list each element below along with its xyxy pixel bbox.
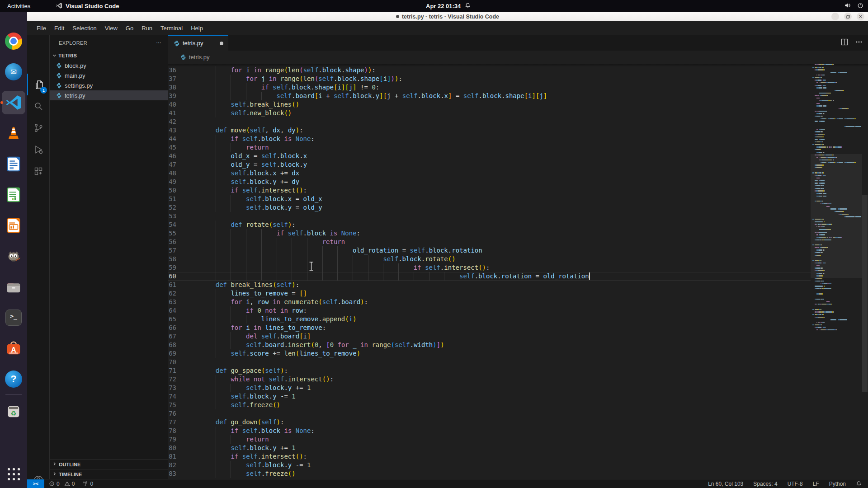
system-tray[interactable] [844,0,863,12]
code-line-38[interactable]: 38 if self.block.shape[i][j] != 0: [168,83,811,92]
menu-help[interactable]: Help [187,23,207,33]
ports-button[interactable]: 0 [82,481,93,487]
impress-icon[interactable] [5,216,23,235]
restore-button[interactable] [844,13,852,20]
code-line-39[interactable]: 39 self.board[i + self.block.y][j + self… [168,92,811,100]
code-line-67[interactable]: 67 del self.board[i] [168,332,811,341]
code-line-46[interactable]: 46 old_x = self.block.x [168,152,811,160]
code-line-83[interactable]: 83 self.freeze() [168,469,811,478]
timeline-section[interactable]: TIMELINE [50,469,168,479]
software-icon[interactable]: A [5,339,23,357]
clock[interactable]: Apr 22 01:34 [426,0,471,12]
split-editor-icon[interactable] [841,38,848,47]
code-line-41[interactable]: 41 self.new_block() [168,109,811,117]
code-line-65[interactable]: 65 lines_to_remove.append(i) [168,315,811,324]
breadcrumb-item[interactable]: tetris.py [189,54,210,61]
code-line-53[interactable]: 53 [168,212,811,221]
code-line-37[interactable]: 37 for j in range(len(self.block.shape[i… [168,75,811,83]
encoding-setting[interactable]: UTF-8 [788,481,803,487]
window-titlebar[interactable]: tetris.py - tetris - Visual Studio Code … [27,12,868,21]
calc-icon[interactable] [5,186,23,204]
code-line-61[interactable]: 61 def break_lines(self): [168,281,811,289]
menu-edit[interactable]: Edit [50,23,68,33]
code-line-72[interactable]: 72 while not self.intersect(): [168,375,811,384]
close-button[interactable]: ✕ [857,13,864,20]
code-line-45[interactable]: 45 return [168,143,811,152]
outline-section[interactable]: OUTLINE [50,459,168,469]
code-line-48[interactable]: 48 self.block.x += dx [168,169,811,178]
code-line-74[interactable]: 74 self.block.y -= 1 [168,392,811,401]
code-line-54[interactable]: 54 def rotate(self): [168,221,811,229]
remote-indicator-button[interactable]: >< [27,479,44,488]
code-line-69[interactable]: 69 self.score += len(lines_to_remove) [168,349,811,358]
code-line-78[interactable]: 78 if self.block is None: [168,427,811,435]
menu-terminal[interactable]: Terminal [156,23,187,33]
code-line-42[interactable]: 42 [168,117,811,126]
code-line-81[interactable]: 81 if self.intersect(): [168,452,811,461]
code-line-51[interactable]: 51 self.block.x = old_x [168,195,811,203]
code-line-73[interactable]: 73 self.block.y += 1 [168,384,811,392]
language-mode[interactable]: Python [829,481,846,487]
code-line-43[interactable]: 43 def move(self, dx, dy): [168,126,811,135]
vscode-icon[interactable] [5,94,23,112]
notifications-bell-icon[interactable] [856,481,862,487]
search-icon[interactable] [27,95,50,117]
source-control-icon[interactable] [27,117,50,139]
tab-modified-dot-icon[interactable] [220,42,223,45]
trash-icon[interactable]: ♻ [5,403,23,421]
file-row-settings-py[interactable]: settings.py [50,80,168,90]
menu-view[interactable]: View [101,23,122,33]
show-apps-grid-icon[interactable] [5,465,23,483]
code-line-36[interactable]: 36 for i in range(len(self.block.shape))… [168,66,811,75]
terminal-icon[interactable]: >_ [5,309,23,327]
code-line-77[interactable]: 77 def go_down(self): [168,418,811,427]
code-line-70[interactable]: 70 [168,358,811,366]
folder-row-tetris[interactable]: TETRIS [50,51,168,61]
code-editor[interactable]: 36 for i in range(len(self.block.shape))… [168,66,811,478]
code-line-49[interactable]: 49 self.block.y += dy [168,178,811,186]
code-line-71[interactable]: 71 def go_space(self): [168,366,811,375]
code-line-80[interactable]: 80 self.block.y += 1 [168,444,811,452]
explorer-icon[interactable]: 1 [27,74,50,95]
scrollbar-thumb[interactable] [862,195,868,392]
extensions-icon[interactable] [27,160,50,182]
code-line-56[interactable]: 56 return [168,238,811,246]
file-row-main-py[interactable]: main.py [50,70,168,80]
code-line-40[interactable]: 40 self.break_lines() [168,100,811,109]
focused-app-indicator[interactable]: Visual Studio Code [56,2,119,10]
file-row-tetris-py[interactable]: tetris.py [50,90,168,100]
activities-button[interactable]: Activities [0,0,38,12]
help-icon[interactable]: ? [5,370,23,388]
code-line-63[interactable]: 63 for i, row in enumerate(self.board): [168,298,811,306]
code-line-60[interactable]: 60 self.block.rotation = old_rotation [168,272,811,281]
tab-tetris-py[interactable]: tetris.py [168,35,228,51]
code-line-58[interactable]: 58 self.block.rotate() [168,255,811,263]
code-line-55[interactable]: 55 if self.block is None: [168,229,811,238]
code-line-75[interactable]: 75 self.freeze() [168,401,811,409]
code-line-50[interactable]: 50 if self.intersect(): [168,186,811,195]
minimap-slider[interactable] [811,154,862,278]
code-line-57[interactable]: 57 old_rotation = self.block.rotation [168,246,811,255]
code-line-59[interactable]: 59 if self.intersect(): [168,263,811,272]
code-line-76[interactable]: 76 [168,409,811,418]
indentation-setting[interactable]: Spaces: 4 [753,481,777,487]
minimize-button[interactable]: – [831,13,839,20]
file-row-block-py[interactable]: block.py [50,61,168,70]
cursor-position[interactable]: Ln 60, Col 103 [708,481,743,487]
eol-setting[interactable]: LF [813,481,819,487]
gimp-icon[interactable] [5,247,23,265]
run-debug-icon[interactable] [27,139,50,160]
code-line-68[interactable]: 68 self.board.insert(0, [0 for _ in rang… [168,341,811,349]
chrome-icon[interactable] [5,32,23,50]
more-actions-icon[interactable] [855,38,863,47]
files-icon[interactable] [5,278,23,296]
thunderbird-icon[interactable]: ✉ [5,63,23,81]
code-line-66[interactable]: 66 for i in lines_to_remove: [168,324,811,332]
code-line-47[interactable]: 47 old_y = self.block.y [168,160,811,169]
breadcrumb[interactable]: tetris.py [168,51,868,64]
code-line-52[interactable]: 52 self.block.y = old_y [168,203,811,212]
code-line-64[interactable]: 64 if 0 not in row: [168,306,811,315]
code-line-79[interactable]: 79 return [168,435,811,444]
menu-selection[interactable]: Selection [68,23,100,33]
code-line-44[interactable]: 44 if self.block is None: [168,135,811,143]
